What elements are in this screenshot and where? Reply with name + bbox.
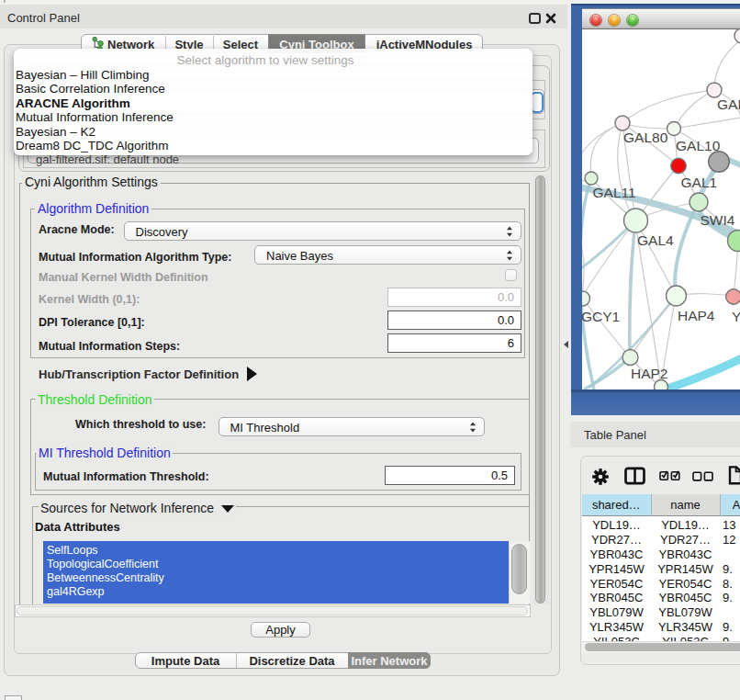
svg-text:GAL1: GAL1 — [681, 175, 718, 190]
svg-text:GCY1: GCY1 — [582, 309, 620, 324]
svg-text:GAL80: GAL80 — [623, 130, 668, 145]
svg-text:GAL10: GAL10 — [676, 138, 721, 153]
svg-text:GAL4: GAL4 — [637, 232, 674, 248]
svg-text:GAL11: GAL11 — [593, 185, 636, 200]
svg-text:Y: Y — [732, 309, 740, 324]
svg-text:HAP4: HAP4 — [678, 308, 715, 323]
svg-text:SWI4: SWI4 — [701, 212, 735, 228]
svg-text:GAL: GAL — [717, 96, 740, 112]
svg-text:HAP2: HAP2 — [631, 366, 668, 381]
